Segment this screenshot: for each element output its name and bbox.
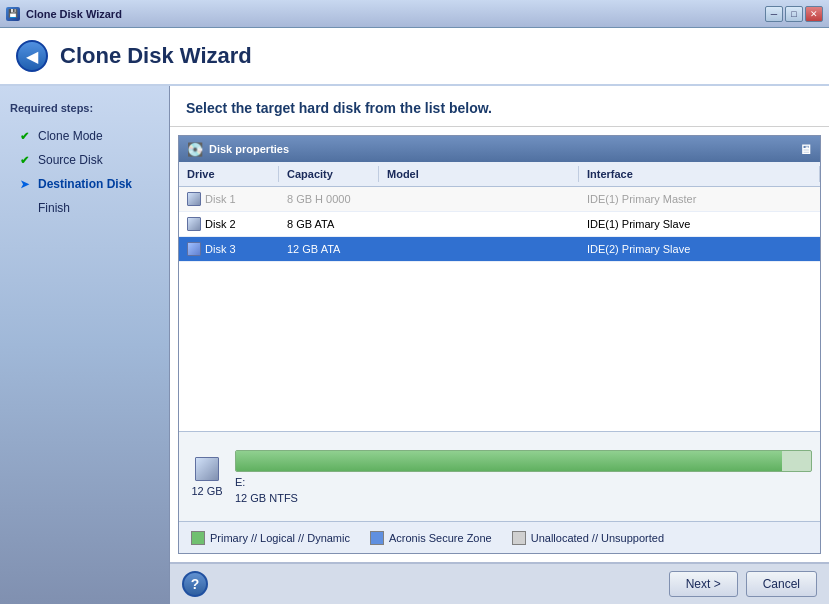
content-header: Select the target hard disk from the lis…: [170, 86, 829, 127]
sidebar: Required steps: ✔ Clone Mode ✔ Source Di…: [0, 86, 170, 604]
sidebar-item-clone-mode[interactable]: ✔ Clone Mode: [10, 124, 159, 148]
disk1-capacity: 8 GB H 0000: [279, 191, 379, 207]
main-layout: Required steps: ✔ Clone Mode ✔ Source Di…: [0, 86, 829, 604]
disk-icon: [187, 192, 201, 206]
disk-row-1[interactable]: Disk 1 8 GB H 0000 IDE(1) Primary Master: [179, 187, 820, 212]
disk-properties-panel: 💽 Disk properties 🖥 Drive Capacity Model…: [178, 135, 821, 554]
disk2-capacity: 8 GB ATA: [279, 216, 379, 232]
disk-icon-header: 💽: [187, 142, 203, 157]
legend-primary-label: Primary // Logical // Dynamic: [210, 532, 350, 544]
legend-unallocated: Unallocated // Unsupported: [512, 531, 664, 545]
preview-disk-icon: [195, 457, 219, 481]
disk-table-header: Drive Capacity Model Interface: [179, 162, 820, 187]
disk1-model: [379, 197, 579, 201]
disk3-model: [379, 247, 579, 251]
minimize-button[interactable]: ─: [765, 6, 783, 22]
disk-properties-icon: 🖥: [799, 142, 812, 157]
sidebar-title: Required steps:: [10, 102, 159, 114]
disk-properties-label: Disk properties: [209, 143, 289, 155]
legend: Primary // Logical // Dynamic Acronis Se…: [179, 521, 820, 553]
title-bar-text: Clone Disk Wizard: [26, 8, 122, 20]
disk-bar-container: E: 12 GB NTFS: [235, 450, 812, 504]
col-capacity: Capacity: [279, 166, 379, 182]
title-bar-left: 💾 Clone Disk Wizard: [6, 7, 122, 21]
disk-preview: 12 GB E: 12 GB NTFS: [179, 431, 820, 521]
sidebar-finish-label: Finish: [38, 201, 70, 215]
disk2-model: [379, 222, 579, 226]
check-icon: ✔: [16, 152, 32, 168]
disk-table-body: Disk 1 8 GB H 0000 IDE(1) Primary Master…: [179, 187, 820, 431]
title-bar: 💾 Clone Disk Wizard ─ □ ✕: [0, 0, 829, 28]
disk3-drive: Disk 3: [179, 240, 279, 258]
help-button[interactable]: ?: [182, 571, 208, 597]
disk2-interface: IDE(1) Primary Slave: [579, 216, 820, 232]
disk3-capacity: 12 GB ATA: [279, 241, 379, 257]
legend-acronis: Acronis Secure Zone: [370, 531, 492, 545]
header-title: Clone Disk Wizard: [60, 43, 252, 69]
legend-blue-box: [370, 531, 384, 545]
header: ◀ Clone Disk Wizard: [0, 28, 829, 86]
disk-icon: [187, 217, 201, 231]
disk-row-3[interactable]: Disk 3 12 GB ATA IDE(2) Primary Slave: [179, 237, 820, 262]
disk-properties-header: 💽 Disk properties 🖥: [179, 136, 820, 162]
disk3-interface: IDE(2) Primary Slave: [579, 241, 820, 257]
maximize-button[interactable]: □: [785, 6, 803, 22]
sidebar-source-disk-label: Source Disk: [38, 153, 103, 167]
disk2-drive: Disk 2: [179, 215, 279, 233]
disk-drive-label: E:: [235, 476, 812, 488]
app-icon: 💾: [6, 7, 20, 21]
disk-bar-fill: [236, 451, 782, 471]
footer-right: Next > Cancel: [669, 571, 817, 597]
sidebar-destination-disk-label: Destination Disk: [38, 177, 132, 191]
sidebar-item-source-disk[interactable]: ✔ Source Disk: [10, 148, 159, 172]
disk-icon: [187, 242, 201, 256]
footer-left: ?: [182, 571, 208, 597]
back-button[interactable]: ◀: [16, 40, 48, 72]
empty-icon: [16, 200, 32, 216]
col-model: Model: [379, 166, 579, 182]
legend-green-box: [191, 531, 205, 545]
disk1-interface: IDE(1) Primary Master: [579, 191, 820, 207]
cancel-button[interactable]: Cancel: [746, 571, 817, 597]
disk-row-2[interactable]: Disk 2 8 GB ATA IDE(1) Primary Slave: [179, 212, 820, 237]
sidebar-item-finish[interactable]: Finish: [10, 196, 159, 220]
footer: ? Next > Cancel: [170, 562, 829, 604]
disk1-drive: Disk 1: [179, 190, 279, 208]
col-interface: Interface: [579, 166, 820, 182]
content-title: Select the target hard disk from the lis…: [186, 100, 492, 116]
content-area: Select the target hard disk from the lis…: [170, 86, 829, 604]
col-drive: Drive: [179, 166, 279, 182]
disk-drive-detail: 12 GB NTFS: [235, 492, 812, 504]
sidebar-clone-mode-label: Clone Mode: [38, 129, 103, 143]
close-button[interactable]: ✕: [805, 6, 823, 22]
title-bar-controls: ─ □ ✕: [765, 6, 823, 22]
legend-acronis-label: Acronis Secure Zone: [389, 532, 492, 544]
arrow-icon: ➤: [16, 176, 32, 192]
legend-gray-box: [512, 531, 526, 545]
next-button[interactable]: Next >: [669, 571, 738, 597]
check-icon: ✔: [16, 128, 32, 144]
sidebar-item-destination-disk[interactable]: ➤ Destination Disk: [10, 172, 159, 196]
legend-unallocated-label: Unallocated // Unsupported: [531, 532, 664, 544]
legend-primary: Primary // Logical // Dynamic: [191, 531, 350, 545]
disk-size-label: 12 GB: [191, 485, 223, 497]
disk-bar: [235, 450, 812, 472]
